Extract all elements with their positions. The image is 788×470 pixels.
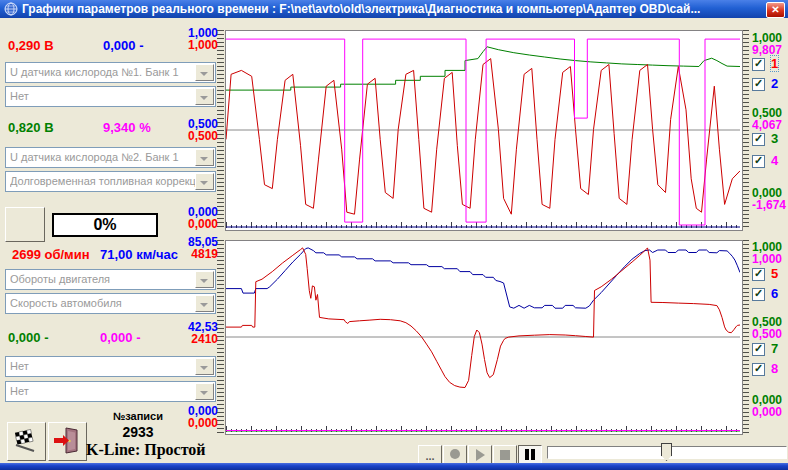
chevron-down-icon [200, 181, 208, 185]
channel-1-selector-text: U датчика кислорода №1. Банк 1 [10, 66, 195, 78]
chart1-right-label-5: -1,674 [752, 198, 788, 212]
channel-6-selector-dropdown-button[interactable] [195, 295, 214, 312]
chevron-down-icon [200, 391, 208, 395]
channel-4-checkbox-label: 4 [771, 153, 778, 168]
channel-5-value: 2699 об/мин [12, 247, 90, 262]
pause-icon [531, 449, 535, 460]
ellipsis-label: ... [425, 450, 434, 462]
check-icon: ✓ [754, 342, 763, 355]
checkbox-box[interactable]: ✓ [752, 268, 765, 281]
channel-3-selector-dropdown-button[interactable] [195, 149, 214, 166]
chart1-right-label-3: 4,067 [752, 118, 788, 132]
chart1-left-label-1: 1,000 [180, 38, 218, 52]
check-icon: ✓ [754, 267, 763, 280]
channel-8-selector-dropdown-button[interactable] [195, 383, 214, 400]
channel-3-value: 0,820 В [8, 120, 54, 135]
channel-7-checkbox-label: 7 [771, 341, 778, 356]
play-icon [476, 449, 485, 461]
record-button[interactable] [443, 445, 467, 464]
channel-2-selector-dropdown-button[interactable] [195, 88, 214, 105]
stop-button[interactable] [493, 445, 517, 464]
checkbox-box[interactable]: ✓ [752, 133, 765, 146]
chevron-down-icon [200, 366, 208, 370]
chart2-left-ruler [217, 240, 224, 433]
application-window: Графики параметров реального времени : F… [0, 0, 788, 470]
channel-5-selector-dropdown-button[interactable] [195, 271, 214, 288]
checkbox-box[interactable]: ✓ [752, 155, 765, 168]
channel-8-selector[interactable]: Нет [5, 381, 216, 402]
channel-8-selector-text: Нет [10, 385, 195, 397]
channel-4-selector-dropdown-button[interactable] [195, 173, 214, 190]
channel-7-value: 0,000 - [8, 330, 48, 345]
channel-3-selector-text: U датчика кислорода №2. Банк 1 [10, 151, 195, 163]
record-icon [450, 449, 460, 459]
trace-Скорость автомобиля (канал 6) [226, 248, 740, 308]
chart2-plot [225, 240, 743, 435]
window-titlebar[interactable]: Графики параметров реального времени : F… [0, 0, 788, 18]
chart1-left-label-5: 0,000 [180, 217, 218, 231]
chart2-left-label-3: 2410 [180, 332, 218, 346]
chart2-left-label-5: 0,000 [180, 416, 218, 430]
channel-3-selector[interactable]: U датчика кислорода №2. Банк 1 [5, 147, 216, 168]
trace-U датчика кислорода №1. Банк 1 (канал 1) [226, 59, 740, 215]
chart1-left-ruler [217, 30, 224, 229]
chart1-right-label-1: 9,807 [752, 43, 788, 57]
channel-4-selector-text: Долговременная топливная коррекция [10, 175, 195, 187]
checkered-flag-icon [12, 427, 39, 454]
chart2-left-label-1: 4819 [180, 247, 218, 261]
channel-1-selector-dropdown-button[interactable] [195, 64, 214, 81]
channel-6-selector[interactable]: Скорость автомобиля [5, 293, 216, 314]
trace-Обороты двигателя (канал 5) [226, 248, 740, 388]
channel-1-selector[interactable]: U датчика кислорода №1. Банк 1 [5, 62, 216, 83]
chevron-down-icon [200, 157, 208, 161]
app-icon [4, 2, 18, 16]
chevron-down-icon [200, 96, 208, 100]
blank-square-button[interactable] [5, 207, 45, 242]
exit-door-icon [53, 426, 81, 454]
finish-flag-button[interactable] [7, 422, 46, 461]
channel-8-checkbox-label: 8 [771, 361, 778, 376]
checkbox-box[interactable]: ✓ [752, 363, 765, 376]
record-number: 2933 [98, 424, 178, 440]
channel-4-selector[interactable]: Долговременная топливная коррекция [5, 171, 216, 192]
chart1-plot [225, 30, 743, 231]
check-icon: ✓ [754, 77, 763, 90]
pause-icon [525, 449, 529, 460]
channel-5-checkbox-label: 5 [771, 266, 778, 281]
channel-2-value: 0,000 - [103, 38, 143, 53]
checkbox-box[interactable]: ✓ [752, 288, 765, 301]
kline-status: K-Line: Простой [86, 441, 206, 459]
check-icon: ✓ [754, 287, 763, 300]
check-icon: ✓ [754, 57, 763, 70]
channel-5-selector[interactable]: Обороты двигателя [5, 269, 216, 290]
chart2-right-label-5: 0,000 [752, 405, 788, 419]
channel-6-selector-text: Скорость автомобиля [10, 297, 195, 309]
channel-7-selector-dropdown-button[interactable] [195, 358, 214, 375]
checkbox-box[interactable]: ✓ [752, 58, 765, 71]
pause-button[interactable] [518, 445, 542, 464]
channel-5-selector-text: Обороты двигателя [10, 273, 195, 285]
channel-2-checkbox-label: 2 [771, 76, 778, 91]
channel-1-value: 0,290 В [8, 38, 54, 53]
chevron-down-icon [200, 279, 208, 283]
checkbox-box[interactable]: ✓ [752, 343, 765, 356]
channel-6-checkbox-label: 6 [771, 286, 778, 301]
close-icon: ✕ [771, 4, 779, 15]
chart2-right-ruler [742, 240, 749, 433]
exit-button[interactable] [48, 422, 87, 461]
record-label: №записи [98, 410, 178, 422]
channel-1-checkbox-label: 1 [771, 56, 778, 71]
more-button[interactable]: ... [418, 445, 442, 464]
window-bottom-border [0, 463, 788, 470]
close-button[interactable]: ✕ [766, 2, 785, 18]
channel-6-value: 71,00 км/час [100, 247, 178, 262]
channel-2-selector[interactable]: Нет [5, 86, 216, 107]
chart2-right-label-1: 1,000 [752, 252, 788, 266]
channel-7-selector-text: Нет [10, 360, 195, 372]
chevron-down-icon [200, 303, 208, 307]
play-button[interactable] [468, 445, 492, 464]
channel-7-selector[interactable]: Нет [5, 356, 216, 377]
checkbox-box[interactable]: ✓ [752, 78, 765, 91]
chart1-right-ruler [742, 30, 749, 229]
check-icon: ✓ [754, 132, 763, 145]
